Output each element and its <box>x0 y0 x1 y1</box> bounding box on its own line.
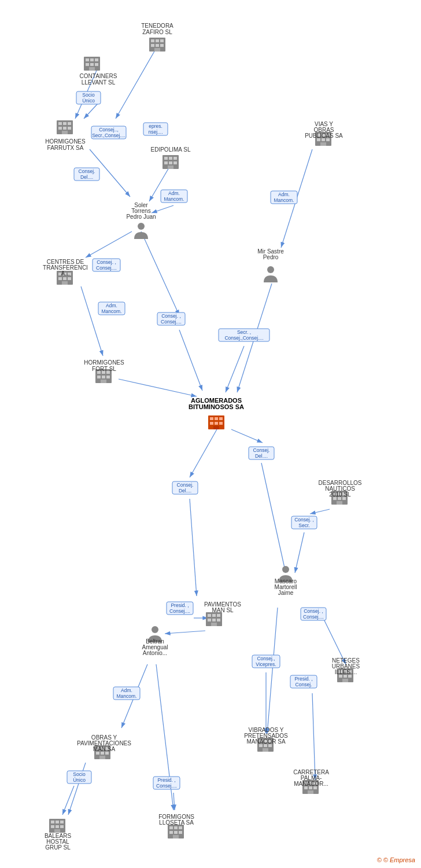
svg-rect-92 <box>219 417 223 420</box>
badge-presid-2-text2: Consej. <box>296 682 312 687</box>
badge-consej-del-1-text2: Del.... <box>80 174 93 180</box>
badge-socio-unico-2-text2: Único <box>73 777 86 783</box>
svg-rect-44 <box>160 39 164 42</box>
svg-rect-143 <box>179 831 182 834</box>
svg-rect-91 <box>215 417 218 420</box>
svg-rect-136 <box>342 679 348 682</box>
badge-consej-vicepres-text1: Consej., <box>257 656 275 661</box>
svg-rect-147 <box>56 821 59 823</box>
label-desarrollos3: 2010 SL <box>329 491 351 498</box>
label-balears3: GRUP SL <box>45 844 71 851</box>
label-vibrados3: MANACOR SA <box>246 738 286 745</box>
svg-rect-151 <box>60 825 64 828</box>
person-soler <box>134 223 148 239</box>
svg-line-16 <box>231 429 263 443</box>
label-containers-llevant: CONTAINERS <box>80 73 117 79</box>
label-vias3: PUBLICAS SA <box>305 133 343 139</box>
svg-point-162 <box>267 266 274 273</box>
label-pavimentos2: MAN SL <box>212 607 234 613</box>
label-hormigones-fort1: HORMIGONES <box>84 359 124 366</box>
label-tenedora2: ZAFIRO SL <box>142 29 172 35</box>
svg-rect-96 <box>213 426 219 429</box>
label-mir2: Pedro <box>263 254 279 260</box>
svg-rect-94 <box>215 422 218 425</box>
svg-line-3 <box>116 46 157 119</box>
badge-consej-centros-text2: Consej.... <box>96 265 117 271</box>
svg-rect-45 <box>151 44 154 47</box>
svg-rect-144 <box>173 835 179 838</box>
svg-line-9 <box>141 231 179 315</box>
svg-point-163 <box>152 626 158 633</box>
svg-rect-54 <box>63 127 67 130</box>
badge-consej-3-text2: Consej.... <box>161 319 182 325</box>
svg-rect-149 <box>51 825 54 828</box>
badge-adm-mancom-vias-text1: Adm. <box>278 192 290 197</box>
svg-rect-104 <box>337 501 342 505</box>
svg-rect-95 <box>219 422 223 425</box>
badge-socio-unico-1-text2: Único <box>82 98 95 104</box>
svg-line-32 <box>173 793 175 810</box>
svg-rect-62 <box>169 161 172 164</box>
svg-line-21 <box>295 532 304 573</box>
svg-rect-109 <box>208 619 211 621</box>
svg-rect-86 <box>102 376 105 378</box>
svg-rect-60 <box>173 157 177 160</box>
label-aglomerados2: BITUMINOSOS SA <box>189 403 244 410</box>
badge-consej-secr-1-text2: Secr.,Consej.... <box>92 133 125 138</box>
svg-rect-138 <box>169 826 173 829</box>
svg-rect-141 <box>169 831 173 834</box>
badge-consej-secr-right-text2: Secr. <box>298 523 309 528</box>
label-neteges3: ILLES ... <box>335 669 357 675</box>
badge-epres-text1: epres. <box>149 123 163 129</box>
svg-line-10 <box>179 330 202 391</box>
svg-line-27 <box>267 608 278 734</box>
label-centros3: A... <box>61 270 69 277</box>
svg-rect-139 <box>174 826 178 829</box>
svg-rect-90 <box>210 417 213 420</box>
svg-line-15 <box>226 346 244 392</box>
svg-line-29 <box>312 693 315 780</box>
badge-adm-mancom-1-text1: Adm. <box>168 190 180 196</box>
badge-socio-unico-1-text1: Socio <box>82 92 95 98</box>
label-tenedora1: TENEDORA <box>141 23 173 29</box>
svg-rect-35 <box>90 58 94 61</box>
svg-rect-63 <box>173 161 177 164</box>
svg-rect-47 <box>160 44 164 47</box>
label-edipolima: EDIPOLIMA SL <box>151 146 191 153</box>
svg-line-18 <box>190 429 217 477</box>
svg-rect-43 <box>156 39 159 42</box>
svg-rect-52 <box>68 122 71 125</box>
svg-rect-37 <box>86 63 89 66</box>
svg-rect-93 <box>210 422 213 425</box>
svg-rect-39 <box>95 63 98 66</box>
svg-rect-146 <box>51 821 54 823</box>
copyright-text: © Empresa <box>383 856 415 863</box>
svg-rect-85 <box>97 376 101 378</box>
svg-rect-148 <box>60 821 64 823</box>
svg-rect-112 <box>211 623 217 626</box>
svg-line-7 <box>152 205 173 213</box>
svg-rect-53 <box>58 127 62 130</box>
svg-rect-140 <box>179 826 182 829</box>
badge-presid-2-text1: Presid. , <box>294 676 312 682</box>
svg-rect-61 <box>164 161 168 164</box>
svg-rect-150 <box>56 825 59 828</box>
badge-secr-main-text1: Secr. , <box>237 329 251 335</box>
badge-adm-mancom-3-text1: Adm. <box>121 687 132 693</box>
svg-rect-107 <box>212 614 216 617</box>
svg-rect-72 <box>320 142 326 146</box>
svg-rect-108 <box>217 614 220 617</box>
svg-rect-48 <box>154 48 160 52</box>
svg-rect-142 <box>174 831 178 834</box>
badge-socio-unico-2-text1: Socio <box>73 771 86 777</box>
label-mascaro3: Jaime <box>278 590 294 596</box>
svg-line-8 <box>86 231 132 258</box>
svg-line-12 <box>119 379 197 396</box>
svg-rect-87 <box>106 376 110 378</box>
svg-rect-111 <box>217 619 220 621</box>
svg-line-19 <box>190 499 197 596</box>
badge-consej-del-right-text2: Del.... <box>255 453 268 459</box>
svg-point-161 <box>138 223 145 230</box>
svg-rect-128 <box>263 748 268 752</box>
svg-rect-79 <box>68 277 71 280</box>
